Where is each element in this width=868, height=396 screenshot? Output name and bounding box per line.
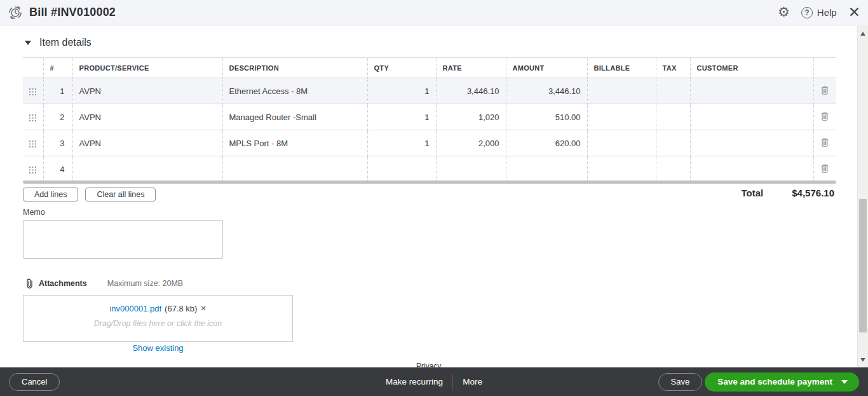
memo-input[interactable] [23, 220, 223, 259]
drag-handle[interactable] [23, 156, 43, 182]
customer-column-header: CUSTOMER [690, 58, 813, 78]
total-row: Total $4,576.10 [742, 188, 834, 198]
amount-cell[interactable]: 510.00 [506, 104, 587, 130]
table-row: 4 [23, 156, 836, 182]
description-cell[interactable]: Ethernet Access - 8M [222, 78, 367, 104]
total-value: $4,576.10 [792, 188, 834, 198]
item-details-toggle[interactable]: Item details [25, 37, 92, 48]
delete-row-button[interactable] [813, 130, 836, 156]
close-icon[interactable]: ✕ [848, 5, 860, 20]
billable-cell[interactable] [587, 78, 656, 104]
cancel-button[interactable]: Cancel [9, 373, 60, 391]
customer-cell[interactable] [690, 130, 813, 156]
rate-cell[interactable] [436, 156, 506, 182]
top-bar: Bill #INV010002 ⚙ ? Help ✕ [0, 0, 868, 25]
page-title: Bill #INV010002 [29, 6, 116, 19]
billable-column-header: BILLABLE [587, 58, 656, 78]
help-button[interactable]: ? Help [801, 7, 837, 18]
attached-file: inv000001.pdf (67.8 kb) ✕ [109, 304, 206, 313]
show-existing-link[interactable]: Show existing [23, 343, 293, 353]
more-button[interactable]: More [463, 377, 482, 386]
delete-row-button[interactable] [813, 104, 836, 130]
product-cell[interactable]: AVPN [72, 104, 222, 130]
drag-handle[interactable] [23, 78, 43, 104]
tax-cell[interactable] [656, 104, 690, 130]
table-header-row: # PRODUCT/SERVICE DESCRIPTION QTY RATE A… [23, 58, 836, 78]
drag-column-header [23, 58, 43, 78]
drag-handle[interactable] [23, 130, 43, 156]
line-items-table: # PRODUCT/SERVICE DESCRIPTION QTY RATE A… [23, 57, 836, 182]
tax-cell[interactable] [656, 130, 690, 156]
make-recurring-button[interactable]: Make recurring [386, 377, 443, 386]
description-cell[interactable]: Managed Router -Small [222, 104, 367, 130]
total-label: Total [742, 188, 764, 198]
billable-cell[interactable] [587, 104, 656, 130]
product-cell[interactable]: AVPN [72, 78, 222, 104]
tax-column-header: TAX [656, 58, 690, 78]
trash-column-header [813, 58, 836, 78]
rate-cell[interactable]: 2,000 [436, 130, 506, 156]
attachments-max-size: Maximum size: 20MB [107, 279, 183, 288]
customer-cell[interactable] [690, 78, 813, 104]
footer-bar: Cancel Make recurring More Save Save and… [0, 367, 868, 396]
delete-row-button[interactable] [813, 78, 836, 104]
footer-divider [452, 374, 453, 390]
amount-cell[interactable]: 620.00 [506, 130, 587, 156]
paperclip-icon[interactable] [25, 278, 34, 289]
save-and-schedule-payment-label: Save and schedule payment [717, 377, 832, 386]
attachment-dropzone[interactable]: inv000001.pdf (67.8 kb) ✕ Drag/Drop file… [23, 295, 293, 342]
customer-cell[interactable] [690, 156, 813, 182]
amount-cell[interactable]: 3,446.10 [506, 78, 587, 104]
product-cell[interactable]: AVPN [72, 130, 222, 156]
description-column-header: DESCRIPTION [222, 58, 367, 78]
description-cell[interactable] [222, 156, 367, 182]
scroll-up-icon[interactable] [860, 32, 865, 36]
table-row: 1 AVPN Ethernet Access - 8M 1 3,446.10 3… [23, 78, 836, 104]
clipped-privacy-text: Privacy [416, 362, 445, 367]
section-title: Item details [39, 37, 92, 48]
dropzone-hint: Drag/Drop files here or click the icon [94, 319, 222, 328]
table-row: 2 AVPN Managed Router -Small 1 1,020 510… [23, 104, 836, 130]
scrollbar-thumb[interactable] [859, 199, 867, 332]
collapse-triangle-icon [25, 41, 31, 45]
qty-cell[interactable]: 1 [367, 130, 436, 156]
delete-row-button[interactable] [813, 156, 836, 182]
qty-cell[interactable]: 1 [367, 78, 436, 104]
qty-cell[interactable] [367, 156, 436, 182]
remove-attachment-icon[interactable]: ✕ [200, 304, 206, 313]
gear-icon[interactable]: ⚙ [778, 6, 790, 19]
save-button[interactable]: Save [658, 373, 703, 391]
add-lines-button[interactable]: Add lines [23, 188, 78, 201]
history-icon [8, 6, 22, 20]
bill-form-page: Bill #INV010002 ⚙ ? Help ✕ Item details … [0, 0, 868, 396]
scroll-down-icon[interactable] [860, 358, 865, 362]
rate-cell[interactable]: 1,020 [436, 104, 506, 130]
amount-column-header: AMOUNT [506, 58, 587, 78]
row-number: 1 [43, 78, 72, 104]
qty-column-header: QTY [367, 58, 436, 78]
customer-cell[interactable] [690, 104, 813, 130]
rate-column-header: RATE [436, 58, 506, 78]
memo-label: Memo [23, 208, 45, 217]
row-number: 2 [43, 104, 72, 130]
tax-cell[interactable] [656, 156, 690, 182]
tax-cell[interactable] [656, 78, 690, 104]
product-cell[interactable] [72, 156, 222, 182]
row-number: 3 [43, 130, 72, 156]
drag-handle[interactable] [23, 104, 43, 130]
clear-all-lines-button[interactable]: Clear all lines [85, 188, 156, 201]
qty-cell[interactable]: 1 [367, 104, 436, 130]
rate-cell[interactable]: 3,446.10 [436, 78, 506, 104]
help-label: Help [817, 7, 837, 18]
attached-file-link[interactable]: inv000001.pdf [109, 304, 161, 313]
amount-cell[interactable] [506, 156, 587, 182]
save-and-schedule-payment-button[interactable]: Save and schedule payment [705, 372, 859, 392]
attachments-label: Attachments [39, 279, 87, 288]
description-cell[interactable]: MPLS Port - 8M [222, 130, 367, 156]
vertical-scrollbar[interactable] [857, 26, 868, 367]
table-row: 3 AVPN MPLS Port - 8M 1 2,000 620.00 [23, 130, 836, 156]
billable-cell[interactable] [587, 156, 656, 182]
billable-cell[interactable] [587, 130, 656, 156]
table-horizontal-scrollbar[interactable] [23, 181, 836, 184]
help-icon: ? [801, 7, 813, 18]
